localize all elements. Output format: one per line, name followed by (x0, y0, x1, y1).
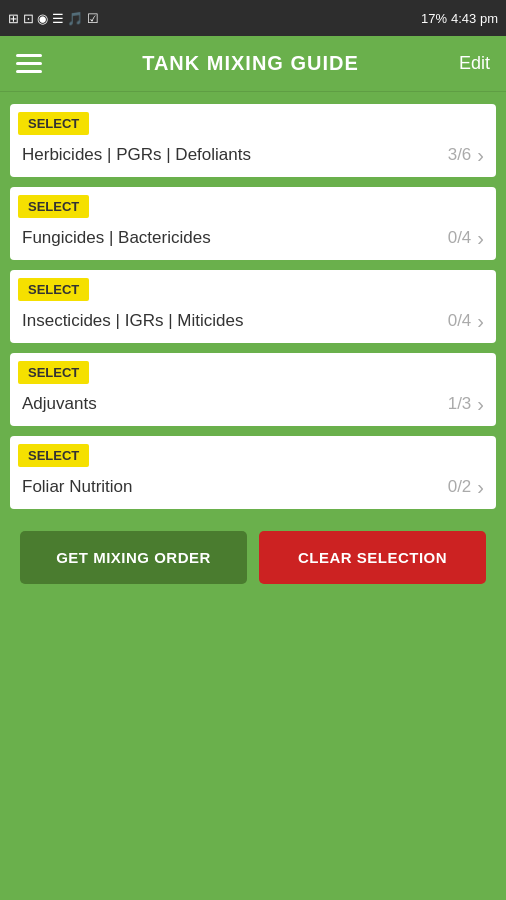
clear-selection-button[interactable]: CLEAR SELECTION (259, 531, 486, 584)
status-bar: ⊞ ⊡ ◉ ☰ 🎵 ☑ 17% 4:43 pm (0, 0, 506, 36)
category-card-herbicides: SELECT Herbicides | PGRs | Defoliants 3/… (10, 104, 496, 177)
category-card-insecticides: SELECT Insecticides | IGRs | Miticides 0… (10, 270, 496, 343)
card-right-foliar: 0/2 › (448, 477, 484, 497)
chevron-right-icon-insecticides: › (477, 311, 484, 331)
category-row-herbicides[interactable]: Herbicides | PGRs | Defoliants 3/6 › (10, 135, 496, 177)
main-content: SELECT Herbicides | PGRs | Defoliants 3/… (0, 92, 506, 596)
page-title: TANK MIXING GUIDE (42, 52, 459, 75)
category-label-adjuvants: Adjuvants (22, 394, 97, 414)
status-bar-left: ⊞ ⊡ ◉ ☰ 🎵 ☑ (8, 11, 99, 26)
card-right-fungicides: 0/4 › (448, 228, 484, 248)
chevron-right-icon-fungicides: › (477, 228, 484, 248)
card-right-adjuvants: 1/3 › (448, 394, 484, 414)
category-count-fungicides: 0/4 (448, 228, 472, 248)
time-text: 4:43 pm (451, 11, 498, 26)
category-label-herbicides: Herbicides | PGRs | Defoliants (22, 145, 251, 165)
category-row-foliar[interactable]: Foliar Nutrition 0/2 › (10, 467, 496, 509)
category-count-insecticides: 0/4 (448, 311, 472, 331)
category-count-foliar: 0/2 (448, 477, 472, 497)
category-row-fungicides[interactable]: Fungicides | Bactericides 0/4 › (10, 218, 496, 260)
chevron-right-icon-herbicides: › (477, 145, 484, 165)
select-badge-insecticides: SELECT (18, 278, 89, 301)
select-badge-fungicides: SELECT (18, 195, 89, 218)
category-count-herbicides: 3/6 (448, 145, 472, 165)
category-label-foliar: Foliar Nutrition (22, 477, 133, 497)
chevron-right-icon-adjuvants: › (477, 394, 484, 414)
menu-icon[interactable] (16, 54, 42, 73)
category-card-foliar: SELECT Foliar Nutrition 0/2 › (10, 436, 496, 509)
select-badge-adjuvants: SELECT (18, 361, 89, 384)
select-badge-foliar: SELECT (18, 444, 89, 467)
nav-bar: TANK MIXING GUIDE Edit (0, 36, 506, 92)
status-bar-right: 17% 4:43 pm (421, 11, 498, 26)
edit-button[interactable]: Edit (459, 53, 490, 74)
category-row-insecticides[interactable]: Insecticides | IGRs | Miticides 0/4 › (10, 301, 496, 343)
status-icons: ⊞ ⊡ ◉ ☰ 🎵 ☑ (8, 11, 99, 26)
category-count-adjuvants: 1/3 (448, 394, 472, 414)
category-label-fungicides: Fungicides | Bactericides (22, 228, 211, 248)
card-right-herbicides: 3/6 › (448, 145, 484, 165)
action-buttons-row: GET MIXING ORDER CLEAR SELECTION (10, 523, 496, 584)
get-mixing-order-button[interactable]: GET MIXING ORDER (20, 531, 247, 584)
category-label-insecticides: Insecticides | IGRs | Miticides (22, 311, 243, 331)
select-badge-herbicides: SELECT (18, 112, 89, 135)
category-card-fungicides: SELECT Fungicides | Bactericides 0/4 › (10, 187, 496, 260)
card-right-insecticides: 0/4 › (448, 311, 484, 331)
category-card-adjuvants: SELECT Adjuvants 1/3 › (10, 353, 496, 426)
category-row-adjuvants[interactable]: Adjuvants 1/3 › (10, 384, 496, 426)
battery-text: 17% (421, 11, 447, 26)
chevron-right-icon-foliar: › (477, 477, 484, 497)
